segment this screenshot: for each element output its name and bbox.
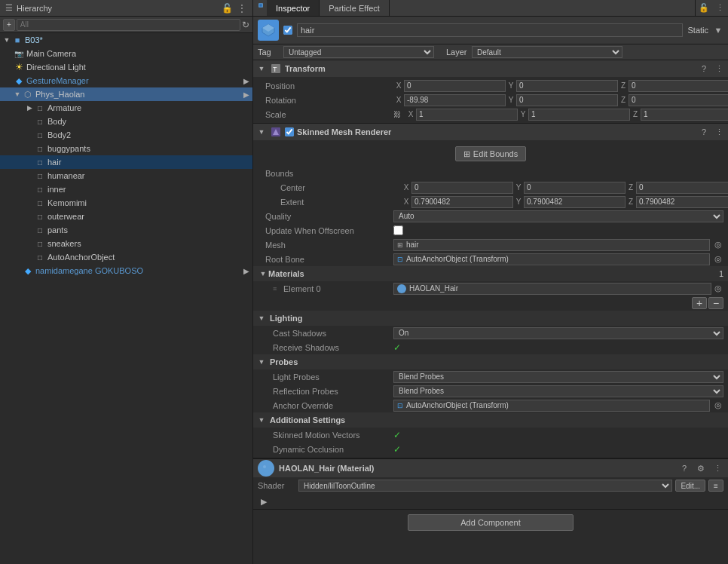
material-menu-btn[interactable]: ⋮ [711,462,723,474]
edit-bounds-label: Edit Bounds [473,149,518,158]
smr-menu-btn[interactable]: ⋮ [713,126,725,138]
smr-header[interactable]: ▼ Skinned Mesh Renderer ? ⋮ [253,124,728,140]
hierarchy-item-inner[interactable]: □ inner [0,182,252,196]
hierarchy-item-autoanchor[interactable]: □ AutoAnchorObject [0,250,252,264]
hierarchy-item-outerwear[interactable]: □ outerwear [0,210,252,223]
scale-z-input[interactable] [641,109,728,121]
scale-x-input[interactable] [416,109,518,121]
material-section-header[interactable]: HAOLAN_Hair (Material) ? ⚙ ⋮ [253,459,728,477]
center-z-input[interactable] [636,182,728,194]
additional-settings-sub-header[interactable]: ▼ Additional Settings [253,412,728,428]
material-help-btn[interactable]: ? [678,462,690,474]
center-y-label: Y [513,183,524,192]
mesh-row: Mesh ⊞ hair ◎ [253,238,728,252]
probes-expand-arrow[interactable]: ▼ [256,357,267,367]
hierarchy-item-humanear[interactable]: □ humanear [0,169,252,182]
position-y-input[interactable] [516,80,618,92]
object-name-input[interactable] [297,23,683,37]
object-enabled-checkbox[interactable] [283,26,292,35]
additional-settings-expand-arrow[interactable]: ▼ [256,415,267,425]
hierarchy-item-pants[interactable]: □ pants [0,223,252,237]
inspector-lock-btn[interactable]: 🔓 [695,0,711,17]
center-x-input[interactable] [411,182,513,194]
transform-expand-arrow[interactable]: ▼ [256,63,267,74]
lighting-expand-arrow[interactable]: ▼ [256,313,267,323]
center-y-input[interactable] [524,182,626,194]
layer-dropdown[interactable]: Default [472,46,622,58]
mesh-target-btn[interactable]: ◎ [713,240,723,250]
lighting-sub-header[interactable]: ▼ Lighting [253,311,728,326]
probes-sub-header[interactable]: ▼ Probes [253,354,728,369]
static-dropdown-btn[interactable]: ▼ [713,25,723,35]
phys-expand-arrow[interactable]: ▼ [12,90,23,99]
mesh-ref-icon: ⊞ [397,241,403,249]
object-header: Static ▼ [253,17,728,44]
cast-shadows-dropdown[interactable]: On [393,327,723,339]
add-component-btn[interactable]: Add Component [408,514,574,531]
additional-settings-title: Additional Settings [270,415,345,425]
rotation-z-input[interactable] [629,94,728,106]
root-bone-target-btn[interactable]: ◎ [713,254,723,265]
scale-y-input[interactable] [528,109,630,121]
extent-x-input[interactable] [411,196,513,208]
reflection-probes-dropdown[interactable]: Blend Probes [393,385,723,397]
material-section-title: HAOLAN_Hair (Material) [279,464,674,473]
armature-expand-arrow[interactable]: ▶ [24,103,35,112]
transform-help-btn[interactable]: ? [698,63,710,75]
hierarchy-plus-btn[interactable]: + [3,19,15,31]
tab-inspector[interactable]: Inspector [267,0,320,16]
materials-remove-btn[interactable]: − [708,297,723,309]
hierarchy-item-kemomimi[interactable]: □ Kemomimi [0,196,252,210]
extent-z-input[interactable] [636,196,728,208]
hierarchy-item-phys-haolan[interactable]: ▼ ⬡ Phys_Haolan ▶ [0,87,252,101]
extent-y-input[interactable] [524,196,626,208]
svg-rect-1 [259,4,262,6]
rotation-x-input[interactable] [404,94,506,106]
hierarchy-item-sneakers[interactable]: □ sneakers [0,237,252,250]
hierarchy-menu-btn[interactable]: ⋮ [236,2,248,14]
anchor-override-target-btn[interactable]: ◎ [713,400,723,411]
smr-enabled-checkbox[interactable] [285,127,294,136]
position-z-input[interactable] [629,80,728,92]
inner-icon: □ [35,184,45,195]
hierarchy-item-b03[interactable]: ▼ ■ B03* [0,33,252,47]
update-offscreen-row: Update When Offscreen [253,223,728,238]
materials-add-btn[interactable]: + [692,297,707,309]
smr-expand-arrow[interactable]: ▼ [256,127,267,137]
edit-bounds-btn[interactable]: ⊞ Edit Bounds [455,146,526,161]
element0-target-btn[interactable]: ◎ [713,284,723,294]
update-offscreen-checkbox[interactable] [393,225,403,235]
material-collapse-arrow[interactable]: ▶ [258,495,270,507]
position-x-input[interactable] [404,80,506,92]
material-settings-btn[interactable]: ⚙ [695,462,707,474]
element0-drag-handle[interactable]: ≡ [273,285,280,293]
materials-expand-arrow[interactable]: ▼ [258,268,268,279]
hierarchy-item-main-camera[interactable]: 📷 Main Camera [0,47,252,60]
transform-menu-btn[interactable]: ⋮ [713,63,725,75]
hierarchy-item-gesture-manager[interactable]: ◆ GestureManager ▶ [0,74,252,87]
root-bone-ref-name: AutoAnchorObject (Transform) [406,255,509,263]
transform-header[interactable]: ▼ T Transform ? ⋮ [253,60,728,77]
hierarchy-search-input[interactable] [17,19,240,31]
quality-dropdown[interactable]: Auto [393,210,723,222]
tab-particle[interactable]: Particle Effect [320,0,390,16]
hierarchy-item-body[interactable]: □ Body [0,115,252,128]
hierarchy-item-body2[interactable]: □ Body2 [0,128,252,142]
shader-align-btn[interactable]: ≡ [708,480,723,492]
smr-help-btn[interactable]: ? [698,126,710,138]
hierarchy-item-hair[interactable]: □ hair [0,155,252,169]
body2-icon: □ [35,130,45,140]
b03-expand-arrow[interactable]: ▼ [2,35,12,44]
rotation-row: Rotation X Y Z [253,93,728,107]
hierarchy-item-directional-light[interactable]: ☀ Directional Light [0,60,252,74]
tag-dropdown[interactable]: Untagged [283,46,434,58]
rotation-y-input[interactable] [516,94,618,106]
hierarchy-item-buggypants[interactable]: □ buggypants [0,142,252,155]
hierarchy-item-namida[interactable]: ◆ namidamegane GOKUBOSO ▶ [0,264,252,277]
shader-dropdown[interactable]: Hidden/lilToonOutline [298,480,672,492]
light-probes-dropdown[interactable]: Blend Probes [393,371,723,383]
hierarchy-item-armature[interactable]: ▶ □ Armature [0,101,252,115]
shader-edit-btn[interactable]: Edit... [675,480,705,492]
inspector-menu-btn[interactable]: ⋮ [711,0,728,17]
hierarchy-lock-btn[interactable]: 🔓 [221,2,233,14]
